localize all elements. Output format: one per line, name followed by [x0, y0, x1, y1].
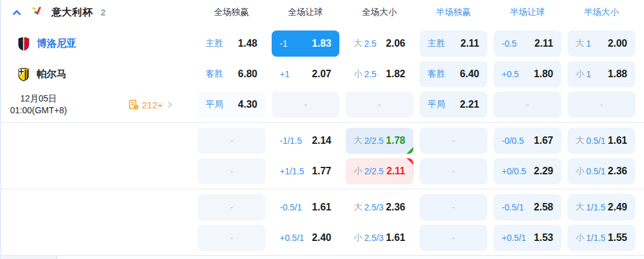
odds-value: 1.78 — [386, 135, 405, 146]
over-under-prefix: 大 — [576, 135, 584, 146]
row-spacer — [1, 158, 191, 184]
odds-cell[interactable]: 主胜2.11 — [420, 31, 487, 57]
odds-cell[interactable]: -0/0.51.67 — [494, 128, 561, 154]
over-under-prefix: 大 — [576, 202, 584, 213]
odds-cell[interactable]: -0.52.11 — [494, 31, 561, 57]
alt-odds-row: -+0.5/12.40小2.5/31.61-+0.5/11.53小1/1.51.… — [1, 225, 644, 251]
odds-label: +1 — [280, 69, 290, 79]
odds-cell[interactable]: +0.5/11.53 — [494, 225, 561, 251]
collapse-chevron-up-icon[interactable] — [11, 7, 22, 18]
odds-cell[interactable]: +0.5/12.40 — [272, 225, 339, 251]
odds-value: 2.29 — [534, 166, 553, 177]
odds-value: 2.11 — [535, 38, 553, 49]
odds-label: 0.5/1 — [586, 136, 605, 146]
odds-value: 1.61 — [608, 135, 627, 146]
odds-value: 1.48 — [238, 38, 257, 49]
odds-label: 2/2.5 — [364, 166, 384, 176]
odds-value: 2.11 — [461, 38, 479, 49]
odds-label: 2.5/3 — [364, 202, 384, 212]
more-markets-link[interactable]: 212+ — [129, 100, 174, 110]
home-team[interactable]: 博洛尼亚 — [1, 31, 191, 57]
match-odds-body: 博洛尼亚 主胜1.48-11.83大2.52.06主胜2.11-0.52.11大… — [1, 25, 644, 251]
chevron-right-icon — [165, 100, 174, 109]
odds-value: 1.55 — [608, 232, 627, 243]
row-spacer — [1, 194, 191, 220]
odds-label: 2.5/3 — [364, 233, 384, 243]
odds-label: 1 — [586, 39, 591, 49]
odds-label: -0.5/1 — [280, 202, 302, 212]
odds-cell[interactable]: +12.07 — [272, 61, 339, 87]
league-header: 意大利杯 2 — [1, 6, 191, 19]
match-time: 01:00(GMT+8) — [4, 105, 73, 116]
odds-value: 2.11 — [387, 166, 405, 177]
odds-cell[interactable]: -0.5/12.58 — [494, 194, 561, 220]
odds-cell[interactable]: 客胜6.80 — [198, 61, 265, 87]
alt-odds-row: --0.5/11.61大2.5/32.36--0.5/12.58大1/1.52.… — [1, 194, 644, 220]
odds-value: 1.88 — [608, 68, 627, 80]
over-under-prefix: 大 — [576, 38, 584, 49]
odds-value: 2.49 — [608, 202, 627, 213]
odds-label: 平局 — [428, 99, 445, 110]
odds-cell[interactable]: 小2.5/31.61 — [346, 225, 413, 251]
odds-label: 2.5 — [364, 39, 376, 49]
home-team-name: 博洛尼亚 — [37, 37, 76, 50]
odds-cell[interactable]: 客胜6.40 — [420, 61, 487, 87]
odds-label: -0/0.5 — [502, 136, 524, 146]
column-header-halftime-overunder: 半场大小 — [568, 7, 635, 18]
column-header-fulltime-1x2: 全场独赢 — [198, 7, 265, 18]
odds-cell[interactable]: 大12.00 — [568, 31, 635, 57]
odds-cell[interactable]: 小2/2.52.11 — [346, 158, 413, 184]
odds-cell[interactable]: +0.51.80 — [494, 61, 561, 87]
odds-cell[interactable]: 大0.5/11.61 — [568, 128, 635, 154]
odds-cell[interactable]: 主胜1.48 — [198, 31, 265, 57]
odds-label: -0.5/1 — [502, 202, 524, 212]
away-team-row: 帕尔马 客胜6.80+12.07小2.51.82客胜6.40+0.51.80小1… — [1, 61, 644, 87]
odds-cell[interactable]: +1/1.51.77 — [272, 158, 339, 184]
over-under-prefix: 大 — [354, 135, 362, 146]
odds-label: 2.5 — [364, 69, 376, 79]
away-team[interactable]: 帕尔马 — [1, 61, 191, 87]
over-under-prefix: 小 — [354, 68, 362, 80]
group-divider — [1, 189, 644, 189]
odds-label: +0.5/1 — [280, 233, 304, 243]
odds-cell[interactable]: 小11.88 — [568, 61, 635, 87]
over-under-prefix: 大 — [354, 202, 362, 213]
column-header-fulltime-overunder: 全场大小 — [346, 7, 413, 18]
column-header-halftime-handicap: 半场让球 — [494, 7, 561, 18]
away-team-name: 帕尔马 — [37, 68, 67, 81]
odds-cell[interactable]: -11.83 — [272, 31, 339, 57]
odds-cell[interactable]: 小1/1.51.55 — [568, 225, 635, 251]
odds-cell[interactable]: 小2.51.82 — [346, 61, 413, 87]
odds-value: 2.14 — [312, 135, 331, 146]
odds-value: 6.40 — [460, 68, 479, 80]
row-spacer — [1, 225, 191, 251]
next-section-right-cell — [57, 256, 644, 259]
odds-cell-empty: - — [568, 92, 635, 118]
odds-value: 1.61 — [386, 232, 405, 243]
match-datetime: 12月05日 01:00(GMT+8) — [4, 93, 73, 116]
odds-value: 2.58 — [534, 202, 553, 213]
odds-cell[interactable]: 平局4.30 — [198, 92, 265, 118]
odds-cell[interactable]: +0/0.52.29 — [494, 158, 561, 184]
odds-label: 1/1.5 — [586, 202, 605, 212]
odds-value: 4.30 — [238, 99, 257, 110]
odds-label: +0.5/1 — [502, 233, 526, 243]
odds-label: +0.5 — [502, 69, 519, 79]
odds-label: 客胜 — [206, 68, 223, 80]
odds-value: 1.83 — [312, 38, 331, 49]
row-spacer — [1, 128, 191, 154]
league-title: 意大利杯 — [52, 6, 93, 19]
odds-cell[interactable]: -0.5/11.61 — [272, 194, 339, 220]
odds-cell[interactable]: 小0.5/12.36 — [568, 158, 635, 184]
odds-cell[interactable]: 大2.52.06 — [346, 31, 413, 57]
markets-list-icon — [129, 100, 139, 110]
odds-cell[interactable]: -1/1.52.14 — [272, 128, 339, 154]
draw-row: 12月05日 01:00(GMT+8) 212+ — [1, 92, 644, 118]
odds-cell[interactable]: 大2.5/32.36 — [346, 194, 413, 220]
odds-cell[interactable]: 平局2.21 — [420, 92, 487, 118]
odds-cell[interactable]: 大1/1.52.49 — [568, 194, 635, 220]
alt-odds-row: -+1/1.51.77小2/2.52.11-+0/0.52.29小0.5/12.… — [1, 158, 644, 184]
odds-cell[interactable]: 大2/2.51.78 — [346, 128, 413, 154]
odds-value: 1.67 — [534, 135, 553, 146]
odds-value: 1.53 — [534, 232, 553, 243]
